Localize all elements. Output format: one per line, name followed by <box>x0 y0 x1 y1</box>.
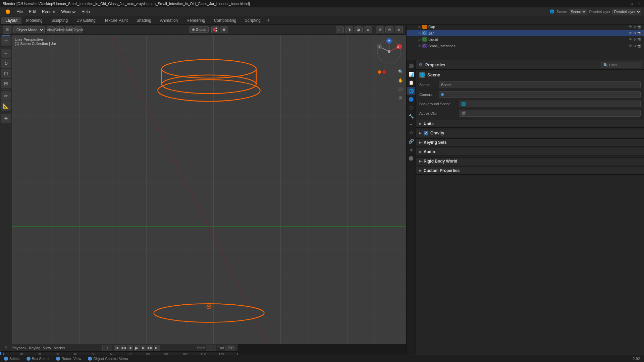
liquid-vis[interactable]: 👁 <box>629 38 632 41</box>
prop-physics-icon[interactable]: ⚙ <box>407 129 415 137</box>
proportional-btn[interactable]: ◉ <box>220 26 228 33</box>
prop-view-layer-icon[interactable]: 📋 <box>407 78 415 86</box>
end-frame[interactable]: 250 <box>225 345 235 351</box>
menu-file[interactable]: File <box>14 9 25 15</box>
menu-edit[interactable]: Edit <box>26 9 39 15</box>
jump-start-btn[interactable]: |◀ <box>114 345 120 351</box>
tab-uv-editing[interactable]: UV Editing <box>72 17 100 24</box>
snap-btn[interactable]: 🧲 <box>211 26 219 33</box>
keying-label[interactable]: Keying <box>29 346 41 350</box>
menu-blender[interactable]: 🟠 <box>3 9 13 15</box>
cap-vis[interactable]: 👁 <box>629 25 632 28</box>
tab-sculpting[interactable]: Sculpting <box>47 17 72 24</box>
prop-output-icon[interactable]: 📊 <box>407 70 415 78</box>
playback-label[interactable]: Playback <box>11 346 26 350</box>
object-mode-select[interactable]: Object Mode <box>13 26 45 33</box>
tab-rendering[interactable]: Rendering <box>182 17 209 24</box>
jump-end-btn[interactable]: ▶| <box>154 345 160 351</box>
global-transform-select[interactable]: ⊕ Global <box>190 26 209 33</box>
tool-rotate[interactable]: ↻ <box>1 59 11 68</box>
current-frame-display[interactable]: 1 <box>102 345 112 351</box>
shading-wireframe[interactable]: □ <box>336 26 344 33</box>
tool-transform[interactable]: ⊞ <box>1 79 11 88</box>
tab-add-button[interactable]: + <box>265 17 272 23</box>
viewport-toggle-btn[interactable]: ⊞ <box>3 26 11 34</box>
select-menu[interactable]: Select <box>56 26 64 33</box>
units-header[interactable]: ▶ Units <box>416 120 644 128</box>
marker-label[interactable]: Marker <box>54 346 65 350</box>
prev-keyframe-btn[interactable]: ◀◀ <box>120 345 126 351</box>
gravity-header[interactable]: ▶ ✓ Gravity <box>416 129 644 137</box>
overlay-toggle[interactable]: ⊙ <box>385 26 393 33</box>
pan-icon[interactable]: ✋ <box>397 77 404 84</box>
audio-header[interactable]: ▶ Audio <box>416 148 644 156</box>
outliner-item-jar[interactable]: ▷ ⬡ Jar 👁 ⊙ 📷 <box>407 30 644 36</box>
prop-material-icon[interactable]: ⬤ <box>407 154 415 162</box>
tab-compositing[interactable]: Compositing <box>210 17 240 24</box>
camera-view-icon[interactable]: 🎥 <box>397 86 404 93</box>
prop-constraints-icon[interactable]: 🔗 <box>407 137 415 145</box>
render-layer-select[interactable]: RenderLayer <box>612 9 641 14</box>
prop-modifier-icon[interactable]: 🔧 <box>407 112 415 120</box>
play-btn[interactable]: ▶ <box>134 345 140 351</box>
custom-props-header[interactable]: ▶ Custom Properties <box>416 167 644 175</box>
next-keyframe-btn[interactable]: ▶▶ <box>147 345 153 351</box>
xray-toggle[interactable]: ◈ <box>395 26 403 33</box>
close-button[interactable]: ✕ <box>637 1 641 6</box>
jar-sel[interactable]: ⊙ <box>633 31 636 35</box>
prop-world-icon[interactable]: 🔵 <box>407 95 415 103</box>
outliner-item-intestines[interactable]: ▷ ⬡ Small_Intestines 👁 ⊙ 📷 <box>407 43 644 49</box>
timeline-view-label[interactable]: View <box>43 346 51 350</box>
intestines-sel[interactable]: ⊙ <box>633 44 636 48</box>
zoom-fit-icon[interactable]: 🔍 <box>397 68 404 75</box>
view-menu[interactable]: View <box>47 26 55 33</box>
tool-measure[interactable]: 📐 <box>1 101 11 111</box>
active-clip-value[interactable]: 🎬 <box>459 110 641 117</box>
prop-particles-icon[interactable]: ✦ <box>407 120 415 128</box>
prop-object-icon[interactable]: ⬡ <box>407 104 415 112</box>
cap-render[interactable]: 📷 <box>637 25 641 28</box>
prop-scene-icon[interactable]: 🌐 <box>407 87 415 95</box>
tab-shading[interactable]: Shading <box>132 17 155 24</box>
cap-sel[interactable]: ⊙ <box>633 25 636 28</box>
jar-vis[interactable]: 👁 <box>629 31 632 35</box>
tab-texture-paint[interactable]: Texture Paint <box>100 17 132 24</box>
viewport-3d[interactable]: User Perspective (1) Scene Collection | … <box>12 35 406 344</box>
liquid-sel[interactable]: ⊙ <box>633 38 636 41</box>
object-menu[interactable]: Object <box>74 26 82 33</box>
prev-frame-btn[interactable]: ◀ <box>127 345 133 351</box>
tool-annotate[interactable]: ✏ <box>1 91 11 101</box>
shading-rendered[interactable]: ● <box>364 26 372 33</box>
rigid-body-header[interactable]: ▶ Rigid Body World <box>416 157 644 165</box>
keying-sets-header[interactable]: ▶ Keying Sets <box>416 138 644 146</box>
shading-material[interactable]: ◕ <box>355 26 363 33</box>
nav-gizmo[interactable]: X Y Z <box>376 38 402 65</box>
prop-search[interactable] <box>601 62 641 68</box>
prop-render-icon[interactable]: 🎥 <box>407 62 415 70</box>
gizmo-toggle[interactable]: ⊕ <box>376 26 384 33</box>
tool-add[interactable]: ⊕ <box>1 114 11 123</box>
tool-move[interactable]: ↔ <box>1 49 11 58</box>
scene-name-value[interactable]: Scene <box>439 81 641 88</box>
menu-render[interactable]: Render <box>39 9 58 15</box>
grid-icon[interactable]: ⊞ <box>397 95 404 101</box>
jar-render[interactable]: 📷 <box>637 31 641 35</box>
minimize-button[interactable]: — <box>622 1 627 6</box>
menu-help[interactable]: Help <box>79 9 93 15</box>
liquid-render[interactable]: 📷 <box>637 38 641 41</box>
tab-layout[interactable]: Layout <box>1 17 21 24</box>
shading-solid[interactable]: ◑ <box>345 26 353 33</box>
start-frame[interactable]: 1 <box>206 345 216 351</box>
tab-scripting[interactable]: Scripting <box>241 17 265 24</box>
camera-value[interactable] <box>439 91 641 98</box>
prop-data-icon[interactable]: ◈ <box>407 145 415 154</box>
tool-scale[interactable]: ⊡ <box>1 69 11 78</box>
intestines-vis[interactable]: 👁 <box>629 44 632 48</box>
menu-window[interactable]: Window <box>58 9 78 15</box>
tab-modeling[interactable]: Modeling <box>22 17 47 24</box>
gravity-checkbox[interactable]: ✓ <box>424 131 428 135</box>
bg-scene-value[interactable]: 🌐 <box>459 101 641 107</box>
scene-select[interactable]: Scene <box>569 9 587 14</box>
intestines-render[interactable]: 📷 <box>637 44 641 48</box>
next-frame-btn[interactable]: ▶ <box>141 345 147 351</box>
